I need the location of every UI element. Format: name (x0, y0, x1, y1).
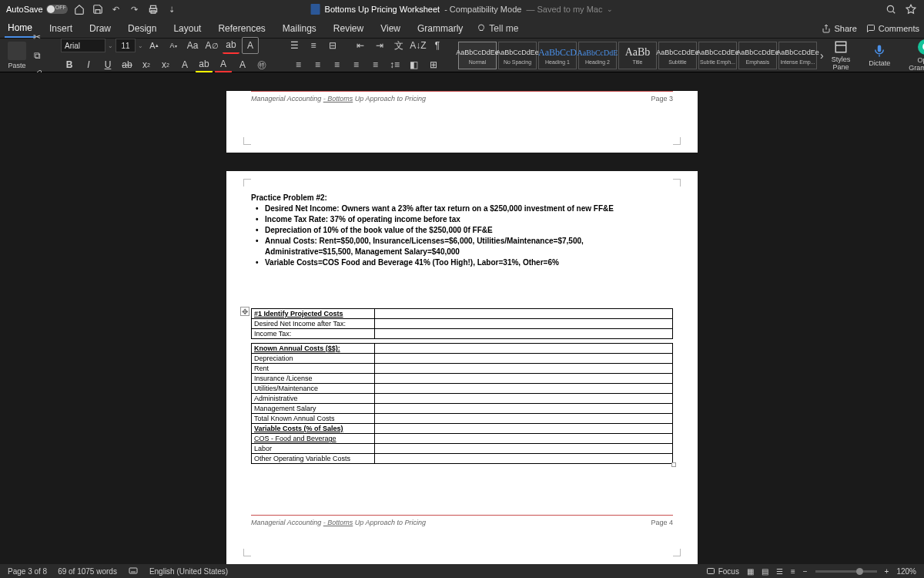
page-indicator[interactable]: Page 3 of 8 (8, 567, 47, 576)
distributed-button[interactable]: ≡ (367, 56, 384, 73)
align-right-button[interactable]: ≡ (329, 56, 346, 73)
zoom-out-button[interactable]: − (803, 567, 808, 576)
tab-layout[interactable]: Layout (170, 20, 204, 37)
decrease-font-icon[interactable]: A▾ (165, 37, 182, 54)
decrease-indent-button[interactable]: ⇤ (352, 37, 369, 54)
tab-grammarly[interactable]: Grammarly (414, 20, 466, 37)
increase-font-icon[interactable]: A▴ (146, 37, 162, 54)
ribbon-options-icon[interactable] (904, 2, 918, 16)
language-indicator[interactable]: English (United States) (149, 567, 228, 576)
word-count[interactable]: 69 of 1075 words (58, 567, 117, 576)
footer-left: Managerial Accounting - Bottoms Up Appro… (251, 519, 426, 526)
bullets-button[interactable]: ☰ (286, 37, 303, 54)
tab-mailings[interactable]: Mailings (280, 20, 320, 37)
font-color-button[interactable]: A (215, 56, 232, 73)
tell-me-search[interactable]: Tell me (477, 23, 518, 34)
tab-design[interactable]: Design (125, 20, 159, 37)
style-subtitle[interactable]: AaBbCcDdEeSubtitle (658, 42, 697, 69)
styles-pane-button[interactable]: Styles Pane (827, 40, 855, 71)
fontsize-dropdown-icon[interactable]: ⌄ (138, 42, 143, 49)
character-shading-icon[interactable]: A (234, 56, 251, 73)
character-border-icon[interactable]: A (242, 37, 259, 54)
focus-mode-button[interactable]: Focus (706, 566, 739, 576)
style-normal[interactable]: AaBbCcDdEeNormal (458, 42, 497, 69)
shading-button[interactable]: ◧ (406, 56, 423, 73)
undo-icon[interactable]: ↶ (109, 2, 123, 16)
open-grammarly-button[interactable]: G Open Grammarly (904, 39, 924, 72)
change-case-icon[interactable]: Aa (184, 37, 201, 54)
document-canvas[interactable]: Managerial Accounting - Bottoms Up Appro… (0, 72, 924, 564)
style-title[interactable]: AaBbTitle (618, 42, 657, 69)
problem-bullet: Annual Costs: Rent=$50,000, Insurance/Li… (265, 236, 673, 257)
align-center-button[interactable]: ≡ (310, 56, 326, 73)
styles-more-icon[interactable]: › (820, 47, 824, 64)
style-heading-1[interactable]: AaBbCcDHeading 1 (538, 42, 577, 69)
print-icon[interactable] (146, 2, 160, 16)
ribbon-toolbar: Paste ✂ ⧉ 🖌 ⌄ ⌄ A▴ A▾ Aa A∅ ab A B I U a… (0, 39, 924, 72)
tab-insert[interactable]: Insert (46, 20, 75, 37)
increase-indent-button[interactable]: ⇥ (371, 37, 388, 54)
show-paragraph-marks-button[interactable]: ¶ (429, 37, 446, 54)
zoom-level[interactable]: 120% (896, 567, 916, 576)
font-family-input[interactable] (61, 39, 105, 52)
draft-view-icon[interactable]: ≡ (791, 567, 795, 576)
zoom-in-button[interactable]: + (885, 567, 889, 576)
copy-icon[interactable]: ⧉ (28, 47, 45, 64)
strikethrough-button[interactable]: ab (119, 56, 136, 73)
styles-gallery[interactable]: AaBbCcDdEeNormalAaBbCcDdEeNo SpacingAaBb… (458, 42, 817, 69)
font-size-input[interactable] (116, 39, 136, 52)
saved-status[interactable]: — Saved to my Mac (526, 5, 602, 14)
bold-button[interactable]: B (61, 56, 78, 73)
web-layout-view-icon[interactable]: ▤ (762, 567, 768, 576)
tab-references[interactable]: References (215, 20, 268, 37)
numbering-button[interactable]: ≡ (305, 37, 322, 54)
problem-bullet: Depreciation of 10% of the book value of… (265, 225, 673, 236)
asian-layout-icon[interactable]: 文 (390, 37, 407, 54)
cut-icon[interactable]: ✂ (28, 29, 45, 45)
table-resize-handle-icon[interactable] (671, 462, 676, 467)
dictate-button[interactable]: Dictate (864, 44, 895, 67)
projected-costs-table[interactable]: ✥ #1 Identify Projected Costs Desired Ne… (251, 308, 673, 464)
save-icon[interactable] (91, 2, 105, 16)
highlight-button[interactable]: ab (196, 56, 213, 73)
style-subtle-emph-[interactable]: AaBbCcDdEeSubtle Emph... (698, 42, 737, 69)
line-spacing-button[interactable]: ↕≡ (387, 56, 403, 73)
print-layout-view-icon[interactable]: ▦ (747, 567, 754, 576)
style-emphasis[interactable]: AaBbCcDdEeEmphasis (738, 42, 777, 69)
style-heading-2[interactable]: AaBbCcDdEHeading 2 (578, 42, 617, 69)
zoom-slider[interactable] (815, 570, 877, 573)
align-left-button[interactable]: ≡ (290, 56, 307, 73)
spellcheck-icon[interactable] (128, 566, 139, 576)
outline-view-icon[interactable]: ☰ (776, 567, 783, 576)
justify-button[interactable]: ≡ (348, 56, 365, 73)
style-intense-emp-[interactable]: AaBbCcDdEeIntense Emp... (778, 42, 817, 69)
enclose-characters-icon[interactable]: ㊕ (253, 56, 270, 73)
paste-button[interactable] (8, 42, 26, 60)
tab-review[interactable]: Review (330, 20, 367, 37)
tab-draw[interactable]: Draw (86, 20, 114, 37)
comments-button[interactable]: Comments (866, 24, 919, 33)
phonetic-guide-icon[interactable]: ab (223, 37, 239, 54)
italic-button[interactable]: I (80, 56, 97, 73)
search-icon[interactable] (884, 2, 898, 16)
style-no-spacing[interactable]: AaBbCcDdEeNo Spacing (498, 42, 537, 69)
multilevel-list-button[interactable]: ⊟ (324, 37, 341, 54)
home-icon[interactable] (72, 2, 86, 16)
clear-formatting-icon[interactable]: A∅ (203, 37, 220, 54)
svg-rect-11 (129, 568, 137, 573)
autosave-toggle[interactable] (46, 5, 68, 14)
underline-button[interactable]: U (99, 56, 116, 73)
share-button[interactable]: Share (822, 24, 856, 33)
text-effects-icon[interactable]: A (176, 56, 193, 73)
word-doc-icon (311, 4, 320, 15)
redo-icon[interactable]: ↷ (128, 2, 142, 16)
font-dropdown-icon[interactable]: ⌄ (108, 42, 113, 49)
chevron-down-icon[interactable]: ⌄ (607, 5, 613, 13)
tab-view[interactable]: View (377, 20, 403, 37)
customize-qat-icon[interactable]: ⇣ (165, 2, 179, 16)
subscript-button[interactable]: x2 (138, 56, 155, 73)
borders-button[interactable]: ⊞ (425, 56, 442, 73)
table-move-handle-icon[interactable]: ✥ (240, 307, 249, 316)
sort-button[interactable]: A↓Z (410, 37, 427, 54)
superscript-button[interactable]: x2 (157, 56, 174, 73)
